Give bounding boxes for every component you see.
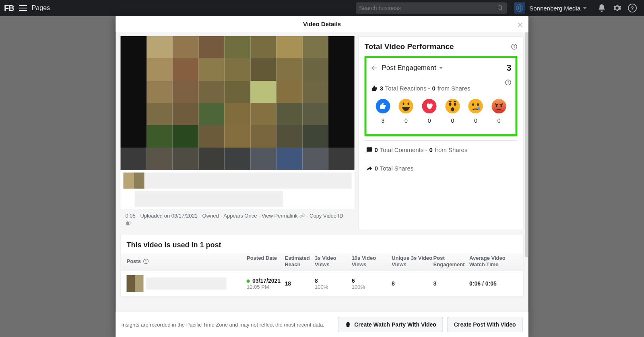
status-dot <box>247 279 250 283</box>
post-title-redacted <box>146 277 227 290</box>
svg-point-20 <box>477 103 479 106</box>
post-engagement-value: 3 <box>506 63 511 73</box>
video-appears: Appears Once <box>223 213 257 219</box>
svg-point-15 <box>449 103 451 106</box>
search-icon <box>497 5 504 11</box>
haha-icon <box>399 99 413 113</box>
modal-footer: Insights are recorded in the Pacific Tim… <box>116 312 528 337</box>
like-icon <box>376 99 390 113</box>
svg-point-16 <box>454 103 456 106</box>
video-meta: 0:05 · Uploaded on 03/17/2021 · Owned · … <box>121 209 355 230</box>
modal-header: Video Details ✕ <box>116 16 528 32</box>
svg-point-22 <box>492 99 506 113</box>
search-box[interactable] <box>356 2 507 14</box>
wow-icon <box>445 99 460 113</box>
reaction-love: 0 <box>422 99 437 124</box>
back-arrow-icon[interactable] <box>371 64 379 72</box>
scrollbar[interactable] <box>525 32 528 257</box>
reaction-haha: 0 <box>399 99 413 124</box>
svg-rect-4 <box>126 222 129 225</box>
total-reactions-count: 3 <box>380 85 383 92</box>
chevron-down-icon[interactable] <box>583 7 587 9</box>
video-thumbnail[interactable] <box>121 36 355 170</box>
video-details-modal: Video Details ✕ 0:05 · Uploaded on 03/17… <box>116 16 528 337</box>
svg-point-7 <box>514 45 514 45</box>
create-watch-party-button[interactable]: Create Watch Party With Video <box>338 317 443 332</box>
love-icon <box>422 99 437 113</box>
reaction-like: 3 <box>376 99 390 124</box>
menu-icon[interactable] <box>19 5 27 11</box>
svg-point-13 <box>408 103 409 105</box>
popcorn-icon <box>345 321 351 328</box>
svg-text:?: ? <box>631 5 634 11</box>
svg-point-12 <box>403 103 405 105</box>
reaction-sad: 0 <box>469 99 483 124</box>
comments-count: 0 <box>375 146 378 153</box>
video-duration: 0:05 <box>126 213 136 219</box>
video-uploaded: Uploaded on 03/17/2021 <box>140 213 197 219</box>
search-input[interactable] <box>359 5 497 11</box>
copy-video-id-link[interactable]: Copy Video ID <box>310 213 343 219</box>
video-owned: Owned <box>202 213 219 219</box>
table-header: Posts Posted Date Estimated Reach 3s Vid… <box>121 253 523 271</box>
svg-point-23 <box>496 105 497 107</box>
reaction-wow: 0 <box>445 99 460 124</box>
post-engagement-dropdown[interactable]: Post Engagement <box>382 64 436 72</box>
usage-title: This video is used in 1 post <box>121 241 523 253</box>
help-icon[interactable]: ? <box>628 4 637 12</box>
topbar: FB Pages Sonnenberg Media ? <box>0 0 644 16</box>
copy-icon <box>126 220 131 226</box>
svg-point-24 <box>501 105 502 107</box>
svg-point-19 <box>472 103 474 106</box>
performance-panel: Total Video Performance Post Engagement … <box>359 36 524 230</box>
account-name[interactable]: Sonnenberg Media <box>529 5 580 12</box>
svg-point-27 <box>146 260 146 260</box>
video-caption-area <box>121 170 355 209</box>
info-icon[interactable] <box>505 79 512 86</box>
create-post-button[interactable]: Create Post With Video <box>447 317 523 332</box>
info-icon[interactable] <box>143 259 149 264</box>
link-icon <box>299 213 305 219</box>
performance-title: Total Video Performance <box>365 42 454 51</box>
engagement-highlight: Post Engagement 3 3 Total Reactions - 0 … <box>365 56 518 136</box>
bell-icon[interactable] <box>597 4 606 12</box>
svg-point-17 <box>451 107 454 111</box>
close-icon[interactable]: ✕ <box>517 20 524 30</box>
reaction-angry: 0 <box>492 99 506 124</box>
thumb-icon <box>372 85 378 92</box>
account-avatar[interactable] <box>514 2 525 14</box>
chevron-down-icon[interactable] <box>440 67 443 69</box>
footer-note: Insights are recorded in the Pacific Tim… <box>122 322 334 328</box>
gear-icon[interactable] <box>613 4 621 12</box>
reactions-from-shares: 0 <box>432 85 436 92</box>
view-permalink-link[interactable]: View Permalink <box>262 213 297 219</box>
svg-point-10 <box>508 81 508 81</box>
post-thumb <box>127 275 144 292</box>
video-preview-column: 0:05 · Uploaded on 03/17/2021 · Owned · … <box>121 36 355 230</box>
share-icon <box>366 165 373 172</box>
fb-logo[interactable]: FB <box>4 4 14 13</box>
info-icon[interactable] <box>511 43 518 50</box>
usage-card: This video is used in 1 post Posts Poste… <box>121 235 524 296</box>
comment-icon <box>366 147 373 153</box>
svg-point-21 <box>478 107 480 110</box>
shares-count: 0 <box>375 165 378 172</box>
modal-title: Video Details <box>303 21 341 27</box>
comments-from-shares: 0 <box>429 146 432 153</box>
svg-point-18 <box>469 99 483 113</box>
reactions-breakdown: 3 0 0 0 <box>372 99 511 124</box>
sad-icon <box>469 99 483 113</box>
angry-icon <box>492 99 506 113</box>
table-row[interactable]: 03/17/2021 12:05 PM 18 8100% 6100% 8 3 0… <box>121 271 523 296</box>
nav-pages[interactable]: Pages <box>32 4 50 12</box>
svg-point-11 <box>399 99 413 113</box>
